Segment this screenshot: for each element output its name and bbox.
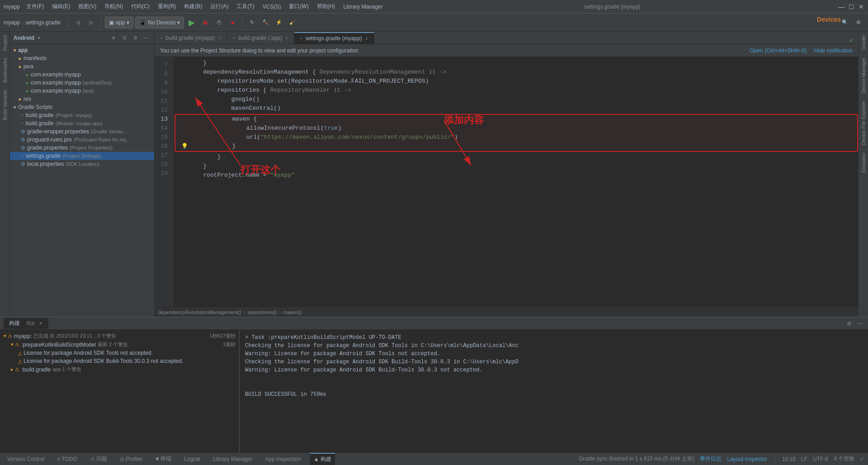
tree-item-proguard[interactable]: ⚙ proguard-rules.pro (ProGuard Rules for… <box>10 136 154 144</box>
tree-item-gradle-scripts[interactable]: ▾ Gradle Scripts <box>10 103 154 111</box>
sync-button[interactable]: ↻ <box>246 17 258 28</box>
minimize-button[interactable]: — <box>838 4 844 10</box>
menu-edit[interactable]: 编辑(E) <box>48 2 74 11</box>
menu-window[interactable]: 窗口(W) <box>285 2 312 11</box>
tab-close-2[interactable]: ✕ <box>285 36 288 41</box>
emulator-tab[interactable]: Emulator <box>859 149 868 176</box>
library-manager-tab[interactable]: Library Manager <box>209 453 256 465</box>
device-manager-panel-tab[interactable]: Device Manager <box>859 54 868 97</box>
tab-build-gradle-app[interactable]: ~ build.gradle (:app) ✕ <box>227 32 294 44</box>
profiler-tab[interactable]: ◎ Profiler <box>116 453 146 465</box>
tree-icon-close[interactable]: — <box>142 33 151 42</box>
build-tree-warn1[interactable]: △ License for package Android SDK Tools … <box>2 349 237 357</box>
stop-button[interactable]: ■ <box>226 17 238 28</box>
menu-tools[interactable]: 工具(T) <box>233 2 258 11</box>
tree-item-gradle-wrapper[interactable]: ⚙ gradle-wrapper.properties (Gradle Vers… <box>10 127 154 136</box>
tree-item-com3[interactable]: ▸ com.example.myapp (test) <box>10 87 154 95</box>
issues-tab[interactable]: ⚠ 问题 <box>86 453 111 465</box>
build-bottom-tab[interactable]: ▲ 构建 <box>310 453 335 465</box>
project-tab[interactable]: Project <box>1 32 9 54</box>
tab-settings-gradle[interactable]: ~ settings.gradle (myapp) ✕ <box>294 32 374 44</box>
build-tab[interactable]: 构建 同步 ✕ <box>4 318 48 329</box>
hide-notification-link[interactable]: Hide notification <box>814 47 853 54</box>
close-button[interactable]: ✕ <box>858 4 864 10</box>
profile-button[interactable]: ⏱ <box>213 17 225 28</box>
build-output[interactable]: > Task :prepareKotlinBuildScriptModel UP… <box>240 330 868 452</box>
menu-nav[interactable]: 导航(N) <box>101 2 127 11</box>
tree-item-com1[interactable]: ▸ com.example.myapp <box>10 70 154 79</box>
file-tree-dropdown[interactable]: ▾ <box>38 35 40 40</box>
tab-close-3[interactable]: ✕ <box>365 36 368 41</box>
lf-status[interactable]: LF <box>801 456 807 462</box>
breadcrumb-item-2[interactable]: repositories{} <box>248 310 277 315</box>
event-log[interactable]: 事件日志 <box>700 455 722 463</box>
clean-button[interactable]: 🧹 <box>287 17 298 28</box>
tab-close-icon[interactable]: ✕ <box>39 321 42 326</box>
gradle-panel-tab[interactable]: Gradle <box>859 32 868 54</box>
bottom-settings-btn[interactable]: ⚙ <box>844 319 854 328</box>
maximize-button[interactable]: ☐ <box>848 4 854 10</box>
settings-button[interactable]: ⚙ <box>853 17 864 28</box>
bookmarks-tab[interactable]: Bookmarks <box>1 54 9 86</box>
app-inspection-tab[interactable]: App Inspection <box>261 453 304 465</box>
code-content[interactable]: } dependencyResolutionManagement { Depen… <box>173 57 858 307</box>
menu-code[interactable]: 代码(C) <box>127 2 153 11</box>
layout-inspector[interactable]: Layout Inspector <box>727 456 767 462</box>
menu-vcs[interactable]: VCS(S) <box>259 3 285 11</box>
device-selector[interactable]: 📱 No Devices ▾ <box>135 17 184 28</box>
checkmark-status: ✓ <box>860 456 864 462</box>
debug-button[interactable]: 🐞 <box>199 17 211 28</box>
menu-build[interactable]: 构建(B) <box>180 2 206 11</box>
menu-run[interactable]: 运行(A) <box>207 2 232 11</box>
make-button[interactable]: ⚡ <box>273 17 285 28</box>
tree-item-res[interactable]: ▸ res <box>10 95 154 103</box>
right-panels: Gradle Device Manager Device File Explor… <box>858 32 868 317</box>
build-variants-tab[interactable]: Build Variants <box>1 86 9 124</box>
tree-icon-1[interactable]: ⊕ <box>109 33 118 42</box>
tree-item-build-gradle-app[interactable]: ~ build.gradle (Module: myapp.app) <box>10 119 154 127</box>
menu-library-manager[interactable]: Library Manager <box>340 3 386 11</box>
tree-item-gradle-properties[interactable]: ⚙ gradle.properties (Project Properties) <box>10 144 154 152</box>
tree-icon-2[interactable]: ☰ <box>120 33 129 42</box>
menu-file[interactable]: 文件(F) <box>23 2 47 11</box>
encoding-status[interactable]: UTF-8 <box>813 456 828 462</box>
run-button[interactable]: ▶ <box>186 17 198 28</box>
tab-label: build.gradle (myapp) <box>165 35 215 41</box>
warn-icon: ▾ ⚠ <box>4 333 12 339</box>
menu-view[interactable]: 视图(V) <box>75 2 100 11</box>
editor-tabs: ~ build.gradle (myapp) ✕ ~ build.gradle … <box>155 32 858 44</box>
tree-item-app[interactable]: ▾ app <box>10 46 154 54</box>
build-tree-myapp[interactable]: ▾ ⚠ myapp: 已完成 在 2022/10/2 23:11，3 个警告 1… <box>2 332 237 340</box>
build-tree-build-gradle[interactable]: ▸ ⚠ :build.gradle app 1 个警告 <box>2 365 237 374</box>
spaces-status[interactable]: 4 个空格 <box>834 455 854 463</box>
terminal-tab[interactable]: ■ 终端 <box>152 453 175 465</box>
back-button[interactable]: ◁ <box>72 17 84 28</box>
version-control-tab[interactable]: Version Control <box>4 453 48 465</box>
build-tree-warn2[interactable]: △ License for package Android SDK Build-… <box>2 357 237 365</box>
bottom-collapse-btn[interactable]: — <box>855 319 864 328</box>
menu-refactor[interactable]: 重构(R) <box>154 2 180 11</box>
breadcrumb-item-1[interactable]: dependencyResolutionManagement{} <box>158 310 241 315</box>
tree-item-build-gradle-myapp[interactable]: ~ build.gradle (Project: myapp) <box>10 111 154 119</box>
forward-button[interactable]: ▷ <box>85 17 97 28</box>
tree-item-local-properties[interactable]: ⚙ local.properties (SDK Location) <box>10 160 154 168</box>
open-project-structure-link[interactable]: Open (Ctrl+Alt+Shift+S) <box>750 47 807 54</box>
tree-icon-3[interactable]: ⚙ <box>131 33 140 42</box>
line-col[interactable]: 16:10 <box>782 456 796 462</box>
tree-item-manifests[interactable]: ▸ manifests <box>10 54 154 62</box>
tab-close-1[interactable]: ✕ <box>218 36 222 41</box>
breadcrumb-item-3[interactable]: maven{} <box>283 310 302 315</box>
tree-item-settings-gradle[interactable]: ~ settings.gradle (Project Settings) <box>10 152 154 160</box>
build-button[interactable]: 🔨 <box>259 17 271 28</box>
tree-item-java[interactable]: ▸ java <box>10 62 154 70</box>
tab-build-gradle-myapp[interactable]: ~ build.gradle (myapp) ✕ <box>155 32 227 44</box>
logcat-tab[interactable]: Logcat <box>180 453 204 465</box>
app-selector[interactable]: ▣ app ▾ <box>105 17 133 28</box>
todo-tab[interactable]: ≡ TODO <box>53 453 81 465</box>
menu-help[interactable]: 帮助(H) <box>313 2 339 11</box>
search-everywhere-button[interactable]: 🔍 <box>839 17 851 28</box>
device-file-explorer-tab[interactable]: Device File Explorer <box>859 97 868 149</box>
build-tree-prepare[interactable]: ▾ ⚠ :prepareKotlinBuildScriptModel 最新 2 … <box>2 340 237 349</box>
tree-item-com2[interactable]: ▸ com.example.myapp (androidTest) <box>10 79 154 87</box>
sync-tab-label[interactable]: 同步 <box>22 320 35 327</box>
